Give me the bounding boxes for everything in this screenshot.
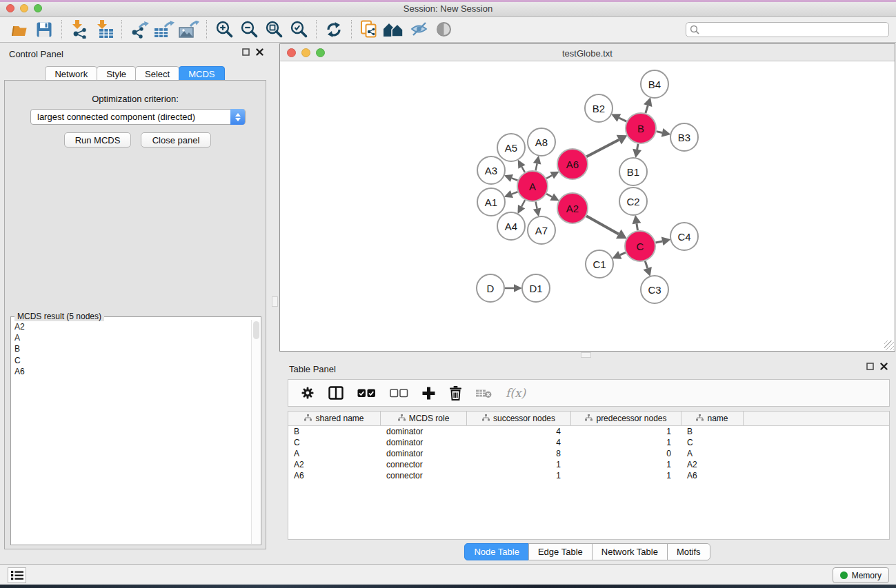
- graph-node-A6[interactable]: A6: [557, 148, 588, 180]
- graph-edge-A6-B[interactable]: [586, 140, 619, 157]
- graph-edge-A2-C[interactable]: [586, 216, 619, 234]
- add-column-icon[interactable]: [422, 387, 435, 400]
- column-header-successor-nodes[interactable]: successor nodes: [467, 412, 571, 425]
- column-header-shared-name[interactable]: shared name: [288, 412, 381, 425]
- graph-node-A4[interactable]: A4: [497, 212, 526, 241]
- table-cell[interactable]: A2: [681, 459, 744, 470]
- graph-edge-A-A3[interactable]: [512, 178, 518, 180]
- memory-button[interactable]: Memory: [833, 567, 889, 583]
- graph-edge-A-A4[interactable]: [521, 200, 525, 206]
- graph-edge-C-C2[interactable]: [637, 223, 638, 230]
- table-cell[interactable]: 1: [571, 426, 681, 437]
- zoom-selected-icon[interactable]: [286, 18, 311, 41]
- tab-node-table[interactable]: Node Table: [464, 543, 529, 560]
- table-cell[interactable]: 4: [467, 437, 571, 448]
- table-cell[interactable]: dominator: [381, 448, 467, 459]
- graph-edge-C-C1[interactable]: [620, 252, 626, 255]
- import-network-icon[interactable]: [67, 18, 92, 41]
- table-row[interactable]: Adominator80A: [288, 448, 889, 459]
- graph-node-A8[interactable]: A8: [527, 128, 556, 156]
- graph-edge-B-B3[interactable]: [657, 132, 663, 133]
- table-cell[interactable]: 1: [571, 459, 681, 470]
- graph-node-D[interactable]: D: [476, 274, 505, 303]
- graph-node-D1[interactable]: D1: [521, 274, 550, 303]
- result-item[interactable]: A6: [14, 366, 250, 377]
- column-header-name[interactable]: name: [681, 412, 744, 425]
- graph-node-A3[interactable]: A3: [477, 156, 506, 185]
- export-image-icon[interactable]: [177, 18, 201, 41]
- tab-edge-table[interactable]: Edge Table: [528, 543, 593, 560]
- float-panel-icon[interactable]: [242, 48, 250, 56]
- table-cell[interactable]: C: [288, 437, 381, 448]
- graph-node-C[interactable]: C: [624, 230, 656, 262]
- graph-node-C1[interactable]: C1: [585, 250, 614, 278]
- graph-node-C4[interactable]: C4: [670, 222, 699, 251]
- table-cell[interactable]: dominator: [381, 426, 467, 437]
- clone-network-icon[interactable]: [357, 18, 381, 41]
- horizontal-splitter-grip[interactable]: [581, 352, 591, 358]
- search-input[interactable]: [686, 22, 889, 37]
- tab-motifs[interactable]: Motifs: [667, 543, 710, 560]
- graph-node-C3[interactable]: C3: [640, 275, 669, 304]
- table-cell[interactable]: connector: [381, 470, 467, 481]
- graph-node-B[interactable]: B: [625, 112, 657, 144]
- table-cell[interactable]: A2: [288, 459, 381, 470]
- show-graphics-details-icon[interactable]: [431, 18, 456, 41]
- graph-edge-B-B1[interactable]: [637, 144, 638, 150]
- open-session-icon[interactable]: [7, 18, 32, 41]
- column-header-MCDS-role[interactable]: MCDS role: [381, 412, 467, 425]
- table-row[interactable]: A6connector11A6: [288, 470, 889, 481]
- close-table-panel-icon[interactable]: [880, 363, 888, 370]
- close-panel-icon[interactable]: [256, 48, 263, 56]
- import-table-icon[interactable]: [92, 18, 117, 41]
- close-panel-button[interactable]: Close panel: [141, 132, 211, 148]
- result-item[interactable]: A2: [14, 321, 250, 332]
- result-item[interactable]: A: [14, 332, 250, 343]
- table-cell[interactable]: dominator: [381, 437, 467, 448]
- export-table-icon[interactable]: [152, 18, 177, 41]
- graph-node-B4[interactable]: B4: [640, 70, 669, 99]
- result-scrollbar[interactable]: [251, 320, 260, 544]
- deselect-all-columns-icon[interactable]: [390, 388, 408, 398]
- network-window-titlebar[interactable]: testGlobe.txt: [280, 44, 895, 61]
- table-cell[interactable]: 4: [467, 426, 571, 437]
- export-network-icon[interactable]: [127, 18, 152, 41]
- delete-columns-trash-icon[interactable]: [449, 386, 462, 401]
- graph-edge-C-C4[interactable]: [655, 241, 662, 243]
- table-cell[interactable]: 1: [571, 470, 681, 481]
- graph-node-A5[interactable]: A5: [497, 133, 526, 162]
- graph-edge-A-A8[interactable]: [536, 163, 537, 170]
- graph-node-A[interactable]: A: [517, 170, 548, 202]
- graph-node-C2[interactable]: C2: [619, 187, 648, 216]
- table-row[interactable]: A2connector11A2: [288, 459, 889, 470]
- table-cell[interactable]: C: [681, 437, 744, 448]
- graph-node-B1[interactable]: B1: [619, 157, 648, 186]
- zoom-fit-icon[interactable]: [261, 18, 286, 41]
- table-cell[interactable]: B: [288, 426, 381, 437]
- graph-node-B2[interactable]: B2: [584, 94, 613, 123]
- graph-node-A7[interactable]: A7: [527, 216, 556, 245]
- graph-edge-A-A1[interactable]: [512, 192, 518, 194]
- table-cell[interactable]: B: [681, 426, 744, 437]
- tab-network-table[interactable]: Network Table: [592, 543, 668, 560]
- table-cell[interactable]: A6: [681, 470, 744, 481]
- column-header-predecessor-nodes[interactable]: predecessor nodes: [571, 412, 681, 425]
- graph-node-A2[interactable]: A2: [557, 192, 588, 224]
- hide-graphics-details-icon[interactable]: [406, 18, 431, 41]
- graph-edge-A-A6[interactable]: [546, 175, 552, 178]
- graph-edge-A-A5[interactable]: [521, 167, 524, 172]
- graph-edge-B-B4[interactable]: [646, 105, 648, 113]
- graph-edge-A-A7[interactable]: [536, 202, 537, 209]
- run-mcds-button[interactable]: Run MCDS: [64, 132, 131, 148]
- table-cell[interactable]: A: [681, 448, 744, 459]
- table-cell[interactable]: 0: [571, 448, 681, 459]
- function-builder-icon[interactable]: f(x): [506, 386, 526, 400]
- network-overview-icon[interactable]: [381, 18, 406, 41]
- zoom-out-icon[interactable]: [237, 18, 261, 41]
- table-row[interactable]: Bdominator41B: [288, 426, 889, 437]
- table-cell[interactable]: 1: [467, 459, 571, 470]
- table-cell[interactable]: 1: [571, 437, 681, 448]
- select-all-columns-icon[interactable]: [357, 388, 376, 398]
- table-cell[interactable]: 1: [467, 470, 571, 481]
- split-view-icon[interactable]: [328, 386, 344, 400]
